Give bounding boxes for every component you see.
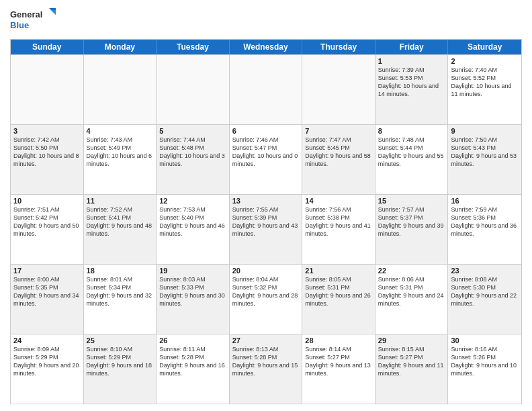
day-info: Sunrise: 7:56 AMSunset: 5:38 PMDaylight:… [305,205,372,238]
day-info: Sunrise: 8:04 AMSunset: 5:32 PMDaylight:… [232,275,300,308]
day-number: 28 [305,336,372,345]
day-info: Sunrise: 8:05 AMSunset: 5:31 PMDaylight:… [305,275,372,308]
svg-marker-2 [50,10,56,15]
calendar-day-2: 2Sunrise: 7:40 AMSunset: 5:52 PMDaylight… [448,55,521,124]
day-info: Sunrise: 7:57 AMSunset: 5:37 PMDaylight:… [378,205,445,238]
calendar-day-9: 9Sunrise: 7:50 AMSunset: 5:43 PMDaylight… [448,125,521,194]
calendar-day-19: 19Sunrise: 8:03 AMSunset: 5:33 PMDayligh… [157,265,230,334]
day-number: 21 [305,267,372,275]
calendar-day-30: 30Sunrise: 8:16 AMSunset: 5:26 PMDayligh… [448,334,521,404]
day-info: Sunrise: 7:59 AMSunset: 5:36 PMDaylight:… [451,205,519,238]
header-day-friday: Friday [375,40,449,54]
calendar-body: 1Sunrise: 7:39 AMSunset: 5:53 PMDaylight… [11,54,521,404]
day-info: Sunrise: 8:06 AMSunset: 5:31 PMDaylight:… [378,275,445,308]
calendar-day-10: 10Sunrise: 7:51 AMSunset: 5:42 PMDayligh… [11,195,84,264]
calendar-day-27: 27Sunrise: 8:13 AMSunset: 5:28 PMDayligh… [230,334,303,404]
day-info: Sunrise: 7:43 AMSunset: 5:49 PMDaylight:… [87,136,154,169]
day-info: Sunrise: 8:11 AMSunset: 5:28 PMDaylight:… [159,345,226,378]
calendar-day-1: 1Sunrise: 7:39 AMSunset: 5:53 PMDaylight… [375,55,449,124]
day-number: 9 [451,127,519,135]
day-info: Sunrise: 7:53 AMSunset: 5:40 PMDaylight:… [159,205,226,238]
logo-svg: General Blue [10,7,57,34]
day-number: 11 [87,197,154,205]
calendar-row-4: 24Sunrise: 8:09 AMSunset: 5:29 PMDayligh… [11,334,521,404]
day-number: 26 [159,336,226,345]
day-number: 22 [378,267,445,275]
day-info: Sunrise: 8:03 AMSunset: 5:33 PMDaylight:… [159,275,226,308]
calendar-header: SundayMondayTuesdayWednesdayThursdayFrid… [11,40,521,54]
page: General Blue SundayMondayTuesdayWednesda… [0,0,532,411]
calendar-day-8: 8Sunrise: 7:48 AMSunset: 5:44 PMDaylight… [375,125,449,194]
calendar-day-6: 6Sunrise: 7:46 AMSunset: 5:47 PMDaylight… [230,125,303,194]
calendar-day-11: 11Sunrise: 7:52 AMSunset: 5:41 PMDayligh… [84,195,157,264]
calendar-day-25: 25Sunrise: 8:10 AMSunset: 5:29 PMDayligh… [84,334,157,404]
day-number: 17 [13,267,81,275]
header-day-thursday: Thursday [302,40,375,54]
calendar-cell-empty-0-0 [11,55,84,124]
calendar-row-1: 3Sunrise: 7:42 AMSunset: 5:50 PMDaylight… [11,124,521,194]
day-info: Sunrise: 7:44 AMSunset: 5:48 PMDaylight:… [159,136,226,169]
calendar-day-20: 20Sunrise: 8:04 AMSunset: 5:32 PMDayligh… [230,265,303,334]
calendar-day-26: 26Sunrise: 8:11 AMSunset: 5:28 PMDayligh… [157,334,230,404]
day-number: 19 [159,267,226,275]
day-info: Sunrise: 8:16 AMSunset: 5:26 PMDaylight:… [451,345,519,378]
day-number: 14 [305,197,372,205]
day-info: Sunrise: 7:47 AMSunset: 5:45 PMDaylight:… [305,136,372,169]
header-day-sunday: Sunday [11,40,84,54]
day-info: Sunrise: 8:01 AMSunset: 5:34 PMDaylight:… [87,275,154,308]
calendar-day-14: 14Sunrise: 7:56 AMSunset: 5:38 PMDayligh… [302,195,375,264]
day-info: Sunrise: 7:55 AMSunset: 5:39 PMDaylight:… [232,205,300,238]
calendar-row-2: 10Sunrise: 7:51 AMSunset: 5:42 PMDayligh… [11,194,521,264]
calendar-day-29: 29Sunrise: 8:15 AMSunset: 5:27 PMDayligh… [375,334,449,404]
calendar-cell-empty-0-4 [302,55,375,124]
day-info: Sunrise: 8:14 AMSunset: 5:27 PMDaylight:… [305,345,372,378]
day-number: 7 [305,127,372,135]
header-day-tuesday: Tuesday [157,40,230,54]
day-number: 18 [87,267,154,275]
calendar-day-7: 7Sunrise: 7:47 AMSunset: 5:45 PMDaylight… [302,125,375,194]
calendar-cell-empty-0-2 [157,55,230,124]
calendar-day-17: 17Sunrise: 8:00 AMSunset: 5:35 PMDayligh… [11,265,84,334]
header-day-monday: Monday [84,40,157,54]
day-number: 20 [232,267,300,275]
day-info: Sunrise: 8:08 AMSunset: 5:30 PMDaylight:… [451,275,519,308]
day-number: 27 [232,336,300,345]
calendar-day-24: 24Sunrise: 8:09 AMSunset: 5:29 PMDayligh… [11,334,84,404]
day-info: Sunrise: 7:46 AMSunset: 5:47 PMDaylight:… [232,136,300,169]
calendar-day-28: 28Sunrise: 8:14 AMSunset: 5:27 PMDayligh… [302,334,375,404]
logo: General Blue [10,7,57,34]
calendar-day-5: 5Sunrise: 7:44 AMSunset: 5:48 PMDaylight… [157,125,230,194]
day-info: Sunrise: 8:13 AMSunset: 5:28 PMDaylight:… [232,345,300,378]
day-number: 30 [451,336,519,345]
day-info: Sunrise: 7:52 AMSunset: 5:41 PMDaylight:… [87,205,154,238]
calendar-day-12: 12Sunrise: 7:53 AMSunset: 5:40 PMDayligh… [157,195,230,264]
day-number: 5 [159,127,226,135]
day-number: 3 [13,127,81,135]
day-number: 12 [159,197,226,205]
day-info: Sunrise: 7:42 AMSunset: 5:50 PMDaylight:… [13,136,81,169]
day-info: Sunrise: 7:51 AMSunset: 5:42 PMDaylight:… [13,205,81,238]
day-number: 6 [232,127,300,135]
calendar-day-21: 21Sunrise: 8:05 AMSunset: 5:31 PMDayligh… [302,265,375,334]
calendar-day-22: 22Sunrise: 8:06 AMSunset: 5:31 PMDayligh… [375,265,449,334]
day-info: Sunrise: 8:10 AMSunset: 5:29 PMDaylight:… [87,345,154,378]
calendar: SundayMondayTuesdayWednesdayThursdayFrid… [10,39,522,404]
calendar-day-3: 3Sunrise: 7:42 AMSunset: 5:50 PMDaylight… [11,125,84,194]
day-number: 4 [87,127,154,135]
day-number: 13 [232,197,300,205]
day-number: 29 [378,336,445,345]
day-info: Sunrise: 7:48 AMSunset: 5:44 PMDaylight:… [378,136,445,169]
calendar-day-15: 15Sunrise: 7:57 AMSunset: 5:37 PMDayligh… [375,195,449,264]
day-number: 10 [13,197,81,205]
svg-text:General: General [10,9,42,19]
day-number: 23 [451,267,519,275]
day-number: 2 [451,57,519,65]
day-info: Sunrise: 8:00 AMSunset: 5:35 PMDaylight:… [13,275,81,308]
header-day-saturday: Saturday [448,40,521,54]
calendar-day-16: 16Sunrise: 7:59 AMSunset: 5:36 PMDayligh… [448,195,521,264]
calendar-day-23: 23Sunrise: 8:08 AMSunset: 5:30 PMDayligh… [448,265,521,334]
day-number: 24 [13,336,81,345]
day-number: 15 [378,197,445,205]
day-number: 16 [451,197,519,205]
day-number: 1 [378,57,445,65]
